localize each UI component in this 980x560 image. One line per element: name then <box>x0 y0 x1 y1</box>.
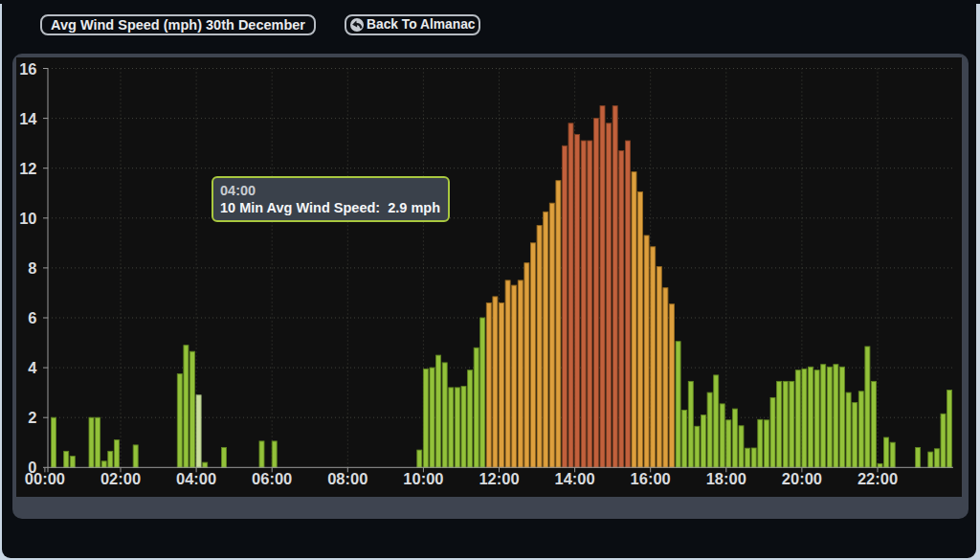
svg-text:22:00: 22:00 <box>858 470 898 487</box>
svg-text:12: 12 <box>19 160 36 177</box>
svg-text:14:00: 14:00 <box>554 470 594 487</box>
svg-text:6: 6 <box>28 309 36 326</box>
svg-text:04:00: 04:00 <box>176 470 216 487</box>
svg-text:14: 14 <box>19 110 37 127</box>
svg-text:4: 4 <box>28 359 37 376</box>
svg-text:02:00: 02:00 <box>100 470 141 487</box>
svg-text:16:00: 16:00 <box>631 470 671 487</box>
svg-text:12:00: 12:00 <box>479 470 519 487</box>
svg-text:06:00: 06:00 <box>252 470 292 487</box>
svg-text:10: 10 <box>19 210 36 227</box>
svg-text:16: 16 <box>19 60 36 78</box>
svg-text:8: 8 <box>28 259 36 277</box>
svg-text:18:00: 18:00 <box>706 470 746 487</box>
svg-text:10:00: 10:00 <box>403 470 443 487</box>
svg-text:2: 2 <box>28 409 36 426</box>
svg-text:08:00: 08:00 <box>327 470 368 487</box>
svg-text:20:00: 20:00 <box>782 470 822 487</box>
svg-text:00:00: 00:00 <box>25 470 65 487</box>
